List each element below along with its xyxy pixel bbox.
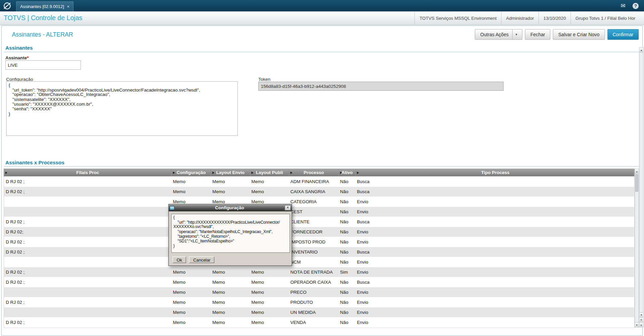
cell-tipo-process: Envio — [355, 287, 635, 297]
cell-layout-envio[interactable]: Memo — [211, 287, 250, 297]
column-header-label: Ativo — [341, 170, 353, 175]
cancelar-button[interactable]: Cancelar — [189, 257, 214, 263]
cell-layout-envio[interactable]: Memo — [211, 267, 250, 277]
sort-icon — [357, 171, 359, 174]
cell-layout-publi[interactable]: Memo — [250, 176, 289, 186]
scroll-down-icon[interactable]: ▼ — [640, 312, 643, 317]
dialog-close-icon[interactable]: × — [285, 205, 291, 211]
panel-scrollbar[interactable]: ▲ ▼ ⇈ ⇊ — [639, 47, 643, 328]
cell-layout-publi[interactable]: Memo — [250, 277, 289, 287]
cell-layout-envio[interactable]: Memo — [211, 297, 250, 307]
column-header[interactable]: Ativo — [338, 169, 355, 176]
page-up-icon[interactable]: ⇈ — [640, 317, 643, 322]
cell-configuracao[interactable]: Memo — [171, 176, 210, 186]
cell-layout-envio[interactable]: Memo — [211, 186, 250, 197]
scroll-down-icon[interactable]: ▼ — [635, 322, 639, 327]
section-title-assinantes: Assinantes — [5, 45, 33, 51]
column-header[interactable]: Tipo Process — [355, 169, 635, 176]
tab-assinantes[interactable]: Assinantes [02.9.0012] × — [16, 1, 74, 12]
dialog-memo-text[interactable]: { "url": "http://XXXXXXXXXXXX/PracticoLi… — [171, 214, 290, 253]
cell-ativo: Não — [338, 227, 355, 237]
column-header[interactable]: Layout Publi — [250, 169, 289, 176]
cell-processo: CLIENTE — [289, 217, 338, 227]
ok-button[interactable]: Ok — [172, 257, 186, 263]
cell-layout-envio[interactable]: Memo — [211, 307, 250, 317]
scroll-thumb[interactable] — [635, 174, 638, 191]
cell-layout-envio[interactable]: Memo — [211, 317, 250, 327]
cell-filiais-proc — [4, 307, 171, 317]
topbar-actions: ✉ ? — [621, 3, 639, 9]
table-row[interactable]: MemoMemoMemoNCMNãoEnvio — [4, 257, 634, 267]
cell-configuracao[interactable]: Memo — [171, 287, 210, 297]
cell-filiais-proc: D RJ 02 ; — [4, 217, 171, 227]
cell-processo: IMPOSTO PROD — [289, 237, 338, 247]
table-row[interactable]: D RJ 02 ;MemoMemoMemoADM FINANCEIRANãoBu… — [4, 176, 634, 186]
scroll-track[interactable] — [640, 53, 643, 313]
column-header[interactable]: Layout Envio — [211, 169, 250, 176]
table-row[interactable]: D RJ 02 ;MemoMemoMemoCLIENTENãoBusca — [4, 217, 634, 227]
table-row[interactable]: D RJ 02 ;MemoMemoMemoVENDANãoEnvio — [4, 317, 634, 327]
fechar-button[interactable]: Fechar — [525, 29, 551, 40]
table-row[interactable]: D RJ 02 ;MemoMemoMemoOPERADOR CAIXANãoBu… — [4, 277, 634, 287]
cell-filiais-proc: D RJ 02 ; — [4, 237, 171, 247]
cell-layout-publi[interactable]: Memo — [250, 317, 289, 327]
confirmar-button[interactable]: Confirmar — [607, 29, 639, 40]
cell-ativo: Não — [338, 176, 355, 186]
cell-layout-publi[interactable]: Memo — [250, 267, 289, 277]
table-row[interactable]: D RJ 02 ;MemoMemoMemoNOTA DE ENTRADASimE… — [4, 267, 634, 277]
page-down-icon[interactable]: ⇊ — [640, 322, 643, 327]
page-title: Assinantes - ALTERAR — [12, 31, 73, 38]
branch-label: Grupo Totvs 1 / Filial Belo Hor — [571, 11, 640, 24]
cell-configuracao[interactable]: Memo — [171, 317, 210, 327]
cell-ativo: Sim — [338, 267, 355, 277]
table-row[interactable]: D RJ 02 ;MemoMemoMemoIMPOSTO PRODNãoEnvi… — [4, 237, 634, 247]
salvar-criar-novo-button[interactable]: Salvar e Criar Novo — [553, 29, 605, 40]
table-row[interactable]: D RJ 02 ;MemoMemoMemoINVENTARIONãoBusca — [4, 247, 634, 257]
window-icon — [169, 206, 175, 210]
assinante-input[interactable] — [5, 60, 81, 70]
grid-scrollbar[interactable]: ▲ ▼ — [635, 169, 639, 328]
column-header[interactable]: Processo — [289, 169, 338, 176]
table-row[interactable]: D RJ 02;MemoMemoMemoFORNECEDORNãoEnvio — [4, 227, 634, 237]
cell-layout-publi[interactable]: Memo — [250, 186, 289, 197]
table-row[interactable]: MemoMemoMemoPRECONãoEnvio — [4, 287, 634, 297]
scroll-track[interactable] — [635, 192, 639, 322]
user-label: Administrador — [501, 11, 538, 24]
cell-layout-publi[interactable]: Memo — [250, 307, 289, 317]
table-row[interactable]: MemoMemoMemoUN MEDIDANãoEnvio — [4, 307, 634, 317]
cell-layout-publi[interactable]: Memo — [250, 297, 289, 307]
app-title: TOTVS | Controle de Lojas — [4, 14, 82, 22]
token-input[interactable] — [258, 82, 504, 91]
cell-filiais-proc — [4, 257, 171, 267]
mail-icon[interactable]: ✉ — [621, 3, 626, 9]
table-row[interactable]: D RJ 02 ;MemoMemoMemoCAIXA SANGRIANãoBus… — [4, 186, 634, 197]
sort-icon — [290, 171, 292, 174]
outras-acoes-button[interactable]: Outras Ações ▾ — [475, 29, 523, 40]
cell-configuracao[interactable]: Memo — [171, 297, 210, 307]
tab-close-icon[interactable]: × — [67, 4, 69, 9]
tab-label: Assinantes [02.9.0012] — [20, 4, 64, 9]
configuracao-textarea[interactable]: { "url_token": "http://sposrvlqadev004/P… — [6, 81, 238, 136]
cell-configuracao[interactable]: Memo — [171, 186, 210, 197]
cell-layout-envio[interactable]: Memo — [211, 277, 250, 287]
cell-layout-publi[interactable]: Memo — [250, 287, 289, 297]
table-row[interactable]: MemoMemoMemoCATEGORIANãoEnvio — [4, 197, 634, 207]
cell-filiais-proc: D RJ 02 ; — [4, 297, 171, 307]
column-header[interactable]: Configuração — [171, 169, 210, 176]
scroll-up-icon[interactable]: ▲ — [635, 169, 639, 174]
cell-configuracao[interactable]: Memo — [171, 307, 210, 317]
cell-ativo: Não — [338, 287, 355, 297]
cell-ativo: Não — [338, 237, 355, 247]
cell-configuracao[interactable]: Memo — [171, 267, 210, 277]
cell-layout-envio[interactable]: Memo — [211, 176, 250, 186]
table-row[interactable]: D RJ 02 ;MemoMemoMemoPRODUTONãoEnvio — [4, 297, 634, 307]
cell-configuracao[interactable]: Memo — [171, 277, 210, 287]
column-header[interactable]: Filais Proc — [4, 169, 171, 176]
cell-filiais-proc: D RJ 02; — [4, 227, 171, 237]
dialog-titlebar[interactable]: Configuração × — [169, 204, 292, 211]
scroll-up-icon[interactable]: ▲ — [640, 48, 643, 53]
table-row[interactable]: MemoMemoMemoCESTNãoEnvio — [4, 207, 634, 217]
chevron-down-icon[interactable]: ▾ — [512, 30, 517, 39]
cell-ativo: Não — [338, 207, 355, 217]
help-icon[interactable]: ? — [633, 3, 639, 9]
